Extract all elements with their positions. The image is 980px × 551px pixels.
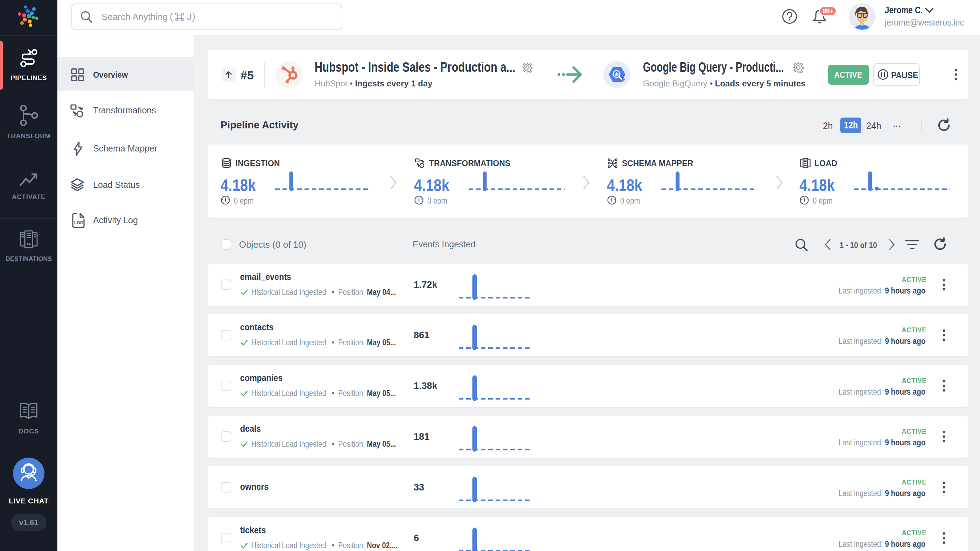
svg-text:LOG: LOG [74, 221, 83, 225]
